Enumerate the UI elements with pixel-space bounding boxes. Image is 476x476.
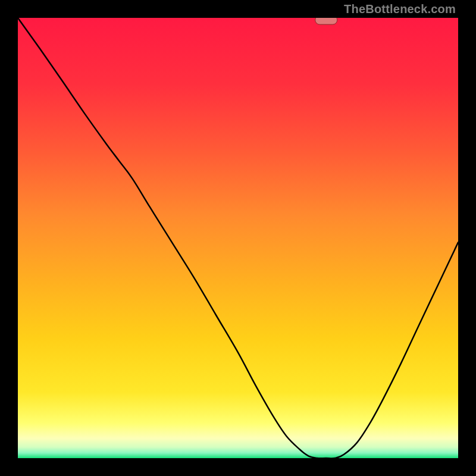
chart-frame: TheBottleneck.com <box>0 0 476 476</box>
watermark-text: TheBottleneck.com <box>344 2 456 16</box>
optimal-point-marker <box>315 18 337 25</box>
svg-rect-0 <box>18 18 458 458</box>
plot-area <box>18 18 458 458</box>
background-gradient <box>18 18 458 458</box>
